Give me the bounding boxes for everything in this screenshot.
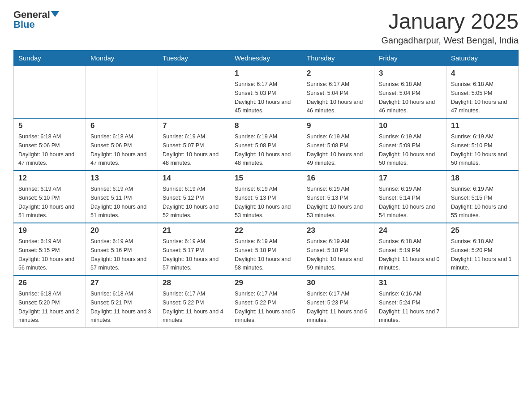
day-info: Sunrise: 6:19 AMSunset: 5:10 PMDaylight:… — [451, 133, 507, 166]
calendar-cell: 24Sunrise: 6:18 AMSunset: 5:19 PMDayligh… — [374, 223, 446, 275]
day-number: 5 — [18, 121, 81, 130]
day-info: Sunrise: 6:19 AMSunset: 5:16 PMDaylight:… — [90, 238, 146, 271]
day-info: Sunrise: 6:17 AMSunset: 5:04 PMDaylight:… — [307, 81, 363, 114]
day-number: 26 — [18, 278, 81, 287]
calendar-cell: 2Sunrise: 6:17 AMSunset: 5:04 PMDaylight… — [302, 66, 374, 118]
calendar-cell: 4Sunrise: 6:18 AMSunset: 5:05 PMDaylight… — [446, 66, 519, 118]
calendar-cell — [446, 275, 519, 328]
calendar-cell: 17Sunrise: 6:19 AMSunset: 5:14 PMDayligh… — [374, 171, 446, 223]
day-info: Sunrise: 6:19 AMSunset: 5:13 PMDaylight:… — [307, 186, 363, 218]
day-info: Sunrise: 6:19 AMSunset: 5:08 PMDaylight:… — [307, 133, 363, 166]
day-number: 29 — [235, 278, 297, 287]
day-number: 1 — [235, 69, 297, 78]
calendar-cell: 26Sunrise: 6:18 AMSunset: 5:20 PMDayligh… — [14, 275, 86, 328]
day-info: Sunrise: 6:19 AMSunset: 5:18 PMDaylight:… — [307, 238, 363, 271]
day-info: Sunrise: 6:19 AMSunset: 5:10 PMDaylight:… — [18, 186, 74, 218]
day-info: Sunrise: 6:19 AMSunset: 5:15 PMDaylight:… — [18, 238, 74, 271]
calendar-cell: 9Sunrise: 6:19 AMSunset: 5:08 PMDaylight… — [302, 118, 374, 171]
header-tuesday: Tuesday — [158, 51, 230, 66]
calendar-cell — [14, 66, 86, 118]
calendar-cell: 25Sunrise: 6:18 AMSunset: 5:20 PMDayligh… — [446, 223, 519, 275]
day-info: Sunrise: 6:17 AMSunset: 5:22 PMDaylight:… — [235, 291, 296, 323]
day-info: Sunrise: 6:19 AMSunset: 5:14 PMDaylight:… — [379, 186, 435, 218]
calendar-cell: 22Sunrise: 6:19 AMSunset: 5:18 PMDayligh… — [230, 223, 302, 275]
calendar-cell: 8Sunrise: 6:19 AMSunset: 5:08 PMDaylight… — [230, 118, 302, 171]
calendar-cell: 3Sunrise: 6:18 AMSunset: 5:04 PMDaylight… — [374, 66, 446, 118]
day-number: 24 — [379, 226, 442, 235]
calendar-cell: 18Sunrise: 6:19 AMSunset: 5:15 PMDayligh… — [446, 171, 519, 223]
calendar-cell: 12Sunrise: 6:19 AMSunset: 5:10 PMDayligh… — [14, 171, 86, 223]
header-sunday: Sunday — [14, 51, 86, 66]
day-number: 6 — [90, 121, 153, 130]
week-row-5: 26Sunrise: 6:18 AMSunset: 5:20 PMDayligh… — [14, 275, 519, 328]
day-info: Sunrise: 6:19 AMSunset: 5:07 PMDaylight:… — [163, 133, 219, 166]
day-number: 28 — [163, 278, 225, 287]
day-info: Sunrise: 6:18 AMSunset: 5:06 PMDaylight:… — [18, 133, 74, 166]
header-wednesday: Wednesday — [230, 51, 302, 66]
day-info: Sunrise: 6:19 AMSunset: 5:15 PMDaylight:… — [451, 186, 507, 218]
day-number: 23 — [307, 226, 369, 235]
logo-blue-text: Blue — [13, 19, 35, 30]
day-info: Sunrise: 6:18 AMSunset: 5:19 PMDaylight:… — [379, 238, 440, 271]
calendar-cell: 21Sunrise: 6:19 AMSunset: 5:17 PMDayligh… — [158, 223, 230, 275]
day-number: 18 — [451, 174, 514, 183]
calendar-cell: 11Sunrise: 6:19 AMSunset: 5:10 PMDayligh… — [446, 118, 519, 171]
calendar-cell: 5Sunrise: 6:18 AMSunset: 5:06 PMDaylight… — [14, 118, 86, 171]
day-number: 10 — [379, 121, 442, 130]
day-number: 9 — [307, 121, 369, 130]
calendar-cell — [86, 66, 158, 118]
calendar-subtitle: Gangadharpur, West Bengal, India — [381, 35, 519, 46]
day-number: 25 — [451, 226, 514, 235]
calendar-cell: 7Sunrise: 6:19 AMSunset: 5:07 PMDaylight… — [158, 118, 230, 171]
day-number: 2 — [307, 69, 369, 78]
week-row-3: 12Sunrise: 6:19 AMSunset: 5:10 PMDayligh… — [14, 171, 519, 223]
header-row: Sunday Monday Tuesday Wednesday Thursday… — [14, 51, 519, 66]
day-number: 14 — [163, 174, 225, 183]
week-row-4: 19Sunrise: 6:19 AMSunset: 5:15 PMDayligh… — [14, 223, 519, 275]
day-number: 30 — [307, 278, 369, 287]
header-monday: Monday — [86, 51, 158, 66]
day-number: 20 — [90, 226, 153, 235]
day-info: Sunrise: 6:18 AMSunset: 5:04 PMDaylight:… — [379, 81, 435, 114]
day-number: 15 — [235, 174, 297, 183]
day-info: Sunrise: 6:18 AMSunset: 5:20 PMDaylight:… — [451, 238, 512, 271]
calendar-cell: 13Sunrise: 6:19 AMSunset: 5:11 PMDayligh… — [86, 171, 158, 223]
day-info: Sunrise: 6:19 AMSunset: 5:12 PMDaylight:… — [163, 186, 219, 218]
calendar-cell: 1Sunrise: 6:17 AMSunset: 5:03 PMDaylight… — [230, 66, 302, 118]
day-info: Sunrise: 6:17 AMSunset: 5:03 PMDaylight:… — [235, 81, 291, 114]
day-number: 17 — [379, 174, 442, 183]
header-saturday: Saturday — [446, 51, 519, 66]
day-number: 3 — [379, 69, 442, 78]
calendar-cell: 27Sunrise: 6:18 AMSunset: 5:21 PMDayligh… — [86, 275, 158, 328]
day-number: 22 — [235, 226, 297, 235]
calendar-cell: 10Sunrise: 6:19 AMSunset: 5:09 PMDayligh… — [374, 118, 446, 171]
day-info: Sunrise: 6:19 AMSunset: 5:18 PMDaylight:… — [235, 238, 291, 271]
calendar-cell — [158, 66, 230, 118]
day-info: Sunrise: 6:19 AMSunset: 5:13 PMDaylight:… — [235, 186, 291, 218]
title-area: January 2025 Gangadharpur, West Bengal, … — [381, 9, 519, 46]
day-info: Sunrise: 6:19 AMSunset: 5:09 PMDaylight:… — [379, 133, 435, 166]
day-number: 13 — [90, 174, 153, 183]
day-info: Sunrise: 6:18 AMSunset: 5:06 PMDaylight:… — [90, 133, 146, 166]
week-row-2: 5Sunrise: 6:18 AMSunset: 5:06 PMDaylight… — [14, 118, 519, 171]
day-info: Sunrise: 6:18 AMSunset: 5:21 PMDaylight:… — [90, 291, 151, 323]
day-number: 16 — [307, 174, 369, 183]
day-info: Sunrise: 6:19 AMSunset: 5:11 PMDaylight:… — [90, 186, 146, 218]
day-number: 21 — [163, 226, 225, 235]
day-info: Sunrise: 6:18 AMSunset: 5:05 PMDaylight:… — [451, 81, 507, 114]
logo: General Blue — [13, 9, 60, 30]
calendar-cell: 23Sunrise: 6:19 AMSunset: 5:18 PMDayligh… — [302, 223, 374, 275]
calendar-cell: 16Sunrise: 6:19 AMSunset: 5:13 PMDayligh… — [302, 171, 374, 223]
week-row-1: 1Sunrise: 6:17 AMSunset: 5:03 PMDaylight… — [14, 66, 519, 118]
logo-arrow-icon — [51, 11, 59, 17]
calendar-cell: 15Sunrise: 6:19 AMSunset: 5:13 PMDayligh… — [230, 171, 302, 223]
day-info: Sunrise: 6:19 AMSunset: 5:08 PMDaylight:… — [235, 133, 291, 166]
day-number: 27 — [90, 278, 153, 287]
day-number: 4 — [451, 69, 514, 78]
calendar-cell: 14Sunrise: 6:19 AMSunset: 5:12 PMDayligh… — [158, 171, 230, 223]
calendar-table: Sunday Monday Tuesday Wednesday Thursday… — [13, 50, 519, 328]
header-friday: Friday — [374, 51, 446, 66]
day-number: 8 — [235, 121, 297, 130]
day-number: 7 — [163, 121, 225, 130]
day-info: Sunrise: 6:19 AMSunset: 5:17 PMDaylight:… — [163, 238, 219, 271]
